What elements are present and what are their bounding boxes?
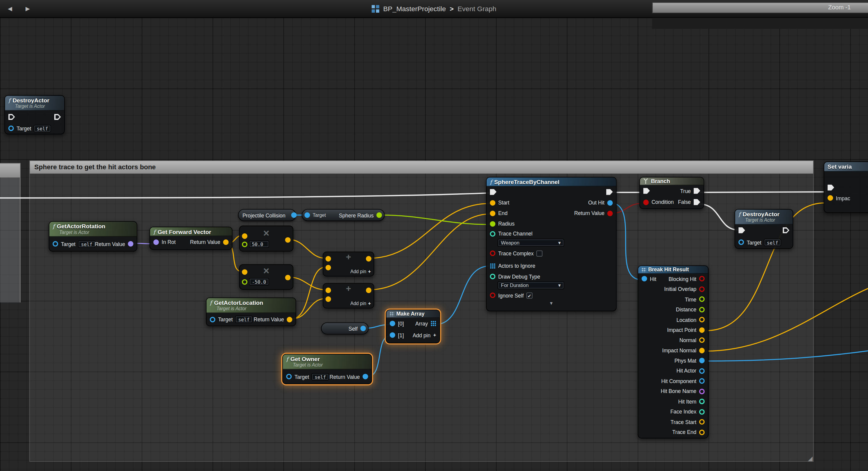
target-pin[interactable] (53, 241, 58, 246)
return-value-pin[interactable] (223, 239, 228, 244)
element1-pin[interactable] (390, 332, 395, 338)
output-pin[interactable] (291, 212, 297, 218)
add-pin-button[interactable]: Add pin + (413, 332, 436, 338)
comment-resize-handle[interactable]: ◢ (808, 456, 813, 461)
trace-complex-pin[interactable] (490, 250, 495, 256)
exec-in-pin[interactable] (738, 227, 745, 233)
trace-channel-dropdown[interactable]: Weapon ▾ (498, 239, 564, 247)
hit-item-pin[interactable] (699, 399, 705, 404)
output-pin[interactable] (366, 288, 371, 293)
breadcrumb-asset-name[interactable]: BP_MasterProjectile (383, 5, 446, 13)
target-value-box[interactable]: self (312, 373, 329, 380)
collapse-arrow[interactable]: ▼ (487, 301, 616, 311)
return-value-pin[interactable] (128, 241, 133, 246)
exec-out-pin[interactable] (783, 227, 789, 233)
true-exec-pin[interactable] (694, 188, 701, 194)
output-pin[interactable] (285, 237, 291, 243)
node-destroy-actor-left[interactable]: ƒ DestroyActor Target is Actor Target se… (4, 95, 65, 134)
in-rot-pin[interactable] (153, 239, 159, 244)
add-pin-button[interactable]: Add pin + (350, 301, 371, 306)
node-add-top[interactable]: + Add pin + (322, 251, 374, 276)
target-value-box[interactable]: self (236, 315, 252, 323)
target-value-box[interactable]: self (79, 240, 95, 247)
node-get-owner[interactable]: ƒ Get Owner Target is Actor Target self … (282, 354, 372, 384)
target-pin[interactable] (210, 316, 215, 322)
output-pin[interactable] (285, 275, 291, 280)
target-pin[interactable] (286, 374, 291, 379)
node-self[interactable]: Self (321, 322, 369, 334)
impact-pin[interactable] (828, 195, 833, 201)
condition-pin[interactable] (643, 199, 649, 205)
target-value-box[interactable]: self (34, 125, 51, 132)
exec-in-pin[interactable] (643, 188, 650, 194)
exec-in-pin[interactable] (490, 189, 497, 195)
comment-header[interactable]: Sphere trace to get the hit actors bone (30, 161, 813, 173)
phys-mat-pin[interactable] (699, 358, 705, 363)
out-hit-pin[interactable] (607, 200, 613, 205)
element0-pin[interactable] (390, 321, 395, 326)
time-pin[interactable] (699, 297, 705, 302)
node-multiply-bottom[interactable]: × -50.0 (239, 264, 293, 290)
node-add-bottom[interactable]: + Add pin + (322, 283, 374, 308)
node-multiply-top[interactable]: × 50.0 (239, 226, 293, 251)
node-branch[interactable]: Branch True Condition False (640, 177, 704, 209)
ignore-self-pin[interactable] (490, 293, 495, 298)
hit-component-p in[interactable] (699, 378, 705, 384)
return-value-pin[interactable] (287, 316, 292, 322)
target-pin[interactable] (8, 126, 14, 131)
input-b-pin[interactable] (242, 279, 247, 284)
input-b-pin[interactable] (242, 241, 247, 247)
impact-point-pin[interactable] (699, 327, 705, 333)
exec-out-pin[interactable] (606, 189, 613, 195)
exec-in-pin[interactable] (8, 114, 15, 120)
trace-start-pin[interactable] (699, 419, 705, 425)
output-pin[interactable] (366, 256, 371, 261)
impact-normal-pin[interactable] (699, 347, 705, 353)
draw-debug-type-dropdown[interactable]: For Duration ▾ (498, 281, 564, 290)
normal-pin[interactable] (699, 337, 705, 343)
ignore-self-checkbox[interactable]: ✔ (526, 292, 532, 298)
trace-channel-pin[interactable] (490, 231, 495, 236)
node-get-actor-rotation[interactable]: ƒ GetActorRotation Target is Actor Targe… (49, 221, 137, 251)
return-value-pin[interactable] (363, 374, 368, 379)
hit-actor-pin[interactable] (699, 368, 705, 373)
target-pin[interactable] (738, 239, 744, 245)
initial-overlap-pin[interactable] (699, 287, 705, 292)
node-break-hit-result[interactable]: Break Hit Result Hit Blocking Hit Initia… (638, 265, 709, 438)
false-exec-pin[interactable] (694, 199, 701, 205)
draw-debug-type-pin[interactable] (490, 274, 495, 279)
hit-input-pin[interactable] (642, 276, 647, 281)
hit-bone-name-pin[interactable] (699, 389, 705, 394)
face-index-pin[interactable] (699, 409, 705, 414)
start-pin[interactable] (490, 200, 495, 205)
node-get-sphere-radius[interactable]: Target Sphere Radius (302, 209, 385, 221)
offscreen-node-header[interactable] (0, 164, 20, 177)
trace-end-pin[interactable] (699, 430, 705, 435)
location-pin[interactable] (699, 317, 705, 322)
end-pin[interactable] (490, 210, 495, 216)
add-pin-button[interactable]: Add pin + (350, 269, 371, 274)
target-value-box[interactable]: self (764, 238, 781, 246)
node-destroy-actor-right[interactable]: ƒ DestroyActor Target is Actor Target se… (735, 209, 793, 249)
breadcrumb-graph-name[interactable]: Event Graph (458, 5, 497, 13)
value-box[interactable]: -50.0 (249, 278, 269, 285)
return-value-pin[interactable] (607, 210, 613, 216)
value-box[interactable]: 50.0 (249, 241, 269, 248)
input-a-pin[interactable] (326, 256, 331, 261)
node-set-variable[interactable]: Set varia Impac (824, 161, 868, 213)
node-get-actor-location[interactable]: ƒ GetActorLocation Target is Actor Targe… (206, 298, 296, 326)
input-b-pin[interactable] (326, 265, 331, 270)
output-pin[interactable] (360, 326, 366, 331)
target-pin[interactable] (305, 212, 310, 218)
trace-complex-checkbox[interactable] (536, 250, 542, 256)
exec-in-pin[interactable] (828, 184, 834, 190)
node-get-forward-vector[interactable]: ƒ Get Forward Vector In Rot Return Value (150, 227, 232, 250)
node-projectile-collision[interactable]: Projectile Collision (238, 209, 296, 221)
input-b-pin[interactable] (326, 296, 331, 302)
radius-pin[interactable] (490, 221, 495, 226)
node-sphere-trace-by-channel[interactable]: ƒ SphereTraceByChannel Start Out Hit End (486, 177, 617, 311)
array-output-pin[interactable] (431, 321, 436, 326)
blocking-hit-pin[interactable] (699, 276, 705, 281)
distance-pin[interactable] (699, 307, 705, 312)
input-a-pin[interactable] (242, 269, 247, 275)
